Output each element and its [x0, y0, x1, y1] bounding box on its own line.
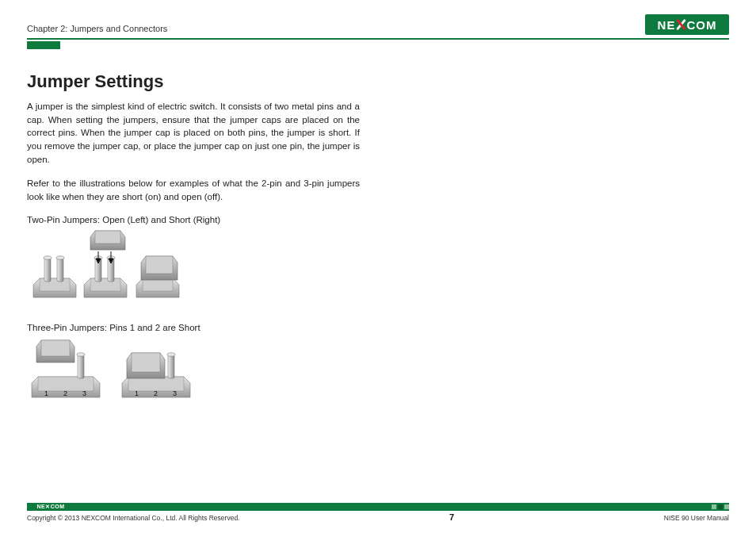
svg-point-13: [77, 353, 85, 356]
brand-logo: NE COM: [645, 14, 729, 35]
svg-rect-2: [57, 258, 63, 282]
footer-brand-text: NE✕COM: [36, 504, 64, 510]
header-tab: [27, 41, 60, 49]
footer-copyright: Copyright © 2013 NEXCOM International Co…: [27, 514, 239, 522]
pin-label-2b: 2: [154, 389, 158, 397]
brand-logo-text-right: COM: [686, 18, 716, 32]
page-header: Chapter 2: Jumpers and Connectors NE COM: [27, 11, 729, 35]
footer-brand-logo: NE✕COM: [27, 503, 74, 511]
svg-point-1: [44, 256, 52, 259]
brand-logo-x-icon: [675, 19, 686, 30]
pin-label-3b: 3: [173, 389, 177, 397]
header-rule: [27, 38, 729, 40]
intro-paragraph-2: Refer to the illustrations below for exa…: [27, 177, 360, 203]
pin-label-3: 3: [82, 389, 86, 397]
svg-rect-14: [168, 355, 174, 378]
svg-rect-0: [44, 258, 51, 282]
svg-point-3: [56, 256, 64, 259]
figure-three-pin-jumpers: 1 2 3 1 2 3: [27, 337, 360, 408]
intro-paragraph-1: A jumper is the simplest kind of electri…: [27, 100, 360, 166]
page-footer: NE✕COM Copyright © 2013 NEXCOM Internati…: [27, 503, 729, 522]
svg-rect-12: [78, 355, 84, 378]
two-pin-jumper-svg: [27, 229, 193, 309]
pin-label-1b: 1: [135, 389, 139, 397]
svg-point-15: [167, 353, 175, 356]
figure-caption-two-pin: Two-Pin Jumpers: Open (Left) and Short (…: [27, 215, 360, 224]
footer-page-number: 7: [449, 512, 454, 522]
pin-label-2: 2: [63, 389, 67, 397]
footer-squares-icon: [712, 504, 729, 509]
pin-label-1: 1: [44, 389, 48, 397]
three-pin-jumper-svg: 1 2 3 1 2 3: [27, 337, 209, 408]
figure-two-pin-jumpers: [27, 229, 360, 309]
chapter-label: Chapter 2: Jumpers and Connectors: [27, 24, 167, 35]
brand-logo-text-left: NE: [658, 18, 676, 32]
figure-caption-three-pin: Three-Pin Jumpers: Pins 1 and 2 are Shor…: [27, 323, 360, 332]
page-title: Jumper Settings: [27, 71, 360, 92]
footer-manual-name: NISE 90 User Manual: [664, 514, 729, 522]
main-content: Jumper Settings A jumper is the simplest…: [27, 71, 360, 408]
